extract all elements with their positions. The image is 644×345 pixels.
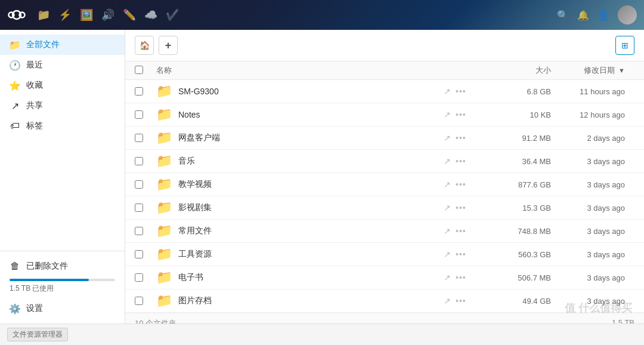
table-row[interactable]: 📁 音乐 ↗ ••• 36.4 MB 3 days ago xyxy=(125,150,644,173)
row-checkbox[interactable] xyxy=(135,87,143,96)
nav-audio-icon[interactable]: 🔊 xyxy=(101,8,114,21)
share-action-icon[interactable]: ↗ xyxy=(444,110,451,119)
table-row[interactable]: 📁 工具资源 ↗ ••• 560.3 GB 3 days ago xyxy=(125,243,644,266)
grid-view-button[interactable]: ⊞ xyxy=(615,36,634,55)
nav-photos-icon[interactable]: 🖼️ xyxy=(80,8,93,21)
sidebar-item-all-files[interactable]: 📁 全部文件 xyxy=(0,35,125,55)
toolbar-right: ⊞ xyxy=(615,36,634,55)
share-action-icon[interactable]: ↗ xyxy=(444,273,451,282)
row-check xyxy=(135,297,156,305)
folder-icon: 📁 xyxy=(156,293,172,309)
row-actions: ↗ ••• xyxy=(444,110,491,119)
row-date: 3 days ago xyxy=(551,297,634,306)
table-row[interactable]: 📁 常用文件 ↗ ••• 748.8 MB 3 days ago xyxy=(125,220,644,243)
all-files-icon: 📁 xyxy=(10,39,20,50)
row-checkbox[interactable] xyxy=(135,297,143,305)
shared-icon: ↗ xyxy=(10,100,20,111)
bottom-tag: 文件资源管理器 xyxy=(7,328,68,341)
avatar[interactable] xyxy=(618,5,637,24)
nav-cloud-icon[interactable]: ☁️ xyxy=(144,8,157,21)
sidebar-item-favorites[interactable]: ⭐ 收藏 xyxy=(0,75,125,96)
row-checkbox[interactable] xyxy=(135,157,143,165)
sidebar-item-recent[interactable]: 🕐 最近 xyxy=(0,55,125,75)
share-action-icon[interactable]: ↗ xyxy=(444,87,451,96)
more-action-icon[interactable]: ••• xyxy=(456,87,466,96)
more-action-icon[interactable]: ••• xyxy=(456,110,466,119)
nav-tasks-icon[interactable]: ✔️ xyxy=(166,8,179,21)
row-actions: ↗ ••• xyxy=(444,156,491,166)
share-action-icon[interactable]: ↗ xyxy=(444,296,451,306)
row-actions: ↗ ••• xyxy=(444,203,491,212)
table-row[interactable]: 📁 网盘客户端 ↗ ••• 91.2 MB 2 days ago xyxy=(125,127,644,150)
table-row[interactable]: 📁 Notes ↗ ••• 10 KB 12 hours ago xyxy=(125,103,644,127)
more-action-icon[interactable]: ••• xyxy=(456,156,466,166)
folder-icon: 📁 xyxy=(156,270,172,285)
select-all-checkbox[interactable] xyxy=(135,66,143,74)
sidebar-item-settings[interactable]: ⚙️ 设置 xyxy=(0,298,125,319)
row-checkbox[interactable] xyxy=(135,204,143,212)
row-date: 3 days ago xyxy=(551,273,634,282)
row-date: 12 hours ago xyxy=(551,110,634,119)
contacts-icon[interactable]: 👤 xyxy=(597,10,609,21)
file-name: 音乐 xyxy=(178,156,195,167)
table-row[interactable]: 📁 教学视频 ↗ ••• 877.6 GB 3 days ago xyxy=(125,173,644,196)
row-name: 📁 影视剧集 xyxy=(156,200,444,215)
app-logo[interactable] xyxy=(7,5,26,24)
row-checkbox[interactable] xyxy=(135,227,143,235)
nav-files-icon[interactable]: 📁 xyxy=(37,8,50,21)
more-action-icon[interactable]: ••• xyxy=(456,203,466,212)
table-row[interactable]: 📁 图片存档 ↗ ••• 49.4 GB 3 days ago xyxy=(125,289,644,313)
more-action-icon[interactable]: ••• xyxy=(456,180,466,189)
table-row[interactable]: 📁 影视剧集 ↗ ••• 15.3 GB 3 days ago xyxy=(125,196,644,220)
add-button[interactable]: + xyxy=(159,36,178,55)
sidebar-item-shared[interactable]: ↗ 共享 xyxy=(0,96,125,116)
row-size: 506.7 MB xyxy=(491,273,551,282)
share-action-icon[interactable]: ↗ xyxy=(444,133,451,143)
file-name: 电子书 xyxy=(178,272,203,283)
more-action-icon[interactable]: ••• xyxy=(456,226,466,236)
more-action-icon[interactable]: ••• xyxy=(456,273,466,282)
share-action-icon[interactable]: ↗ xyxy=(444,226,451,236)
row-checkbox[interactable] xyxy=(135,180,143,189)
file-name: SM-G9300 xyxy=(178,87,219,96)
row-check xyxy=(135,273,156,282)
table-row[interactable]: 📁 电子书 ↗ ••• 506.7 MB 3 days ago xyxy=(125,266,644,289)
share-action-icon[interactable]: ↗ xyxy=(444,156,451,166)
trash-icon: 🗑 xyxy=(10,261,20,272)
share-action-icon[interactable]: ↗ xyxy=(444,203,451,212)
table-row[interactable]: 📁 SM-G9300 ↗ ••• 6.8 GB 11 hours ago xyxy=(125,80,644,103)
row-date: 3 days ago xyxy=(551,204,634,212)
row-check xyxy=(135,87,156,96)
row-size: 15.3 GB xyxy=(491,204,551,212)
content-area: 🏠 + ⊞ 名称 大小 修改日期 ▼ xyxy=(125,30,644,324)
row-name: 📁 工具资源 xyxy=(156,247,444,262)
search-icon[interactable]: 🔍 xyxy=(557,10,569,21)
row-checkbox[interactable] xyxy=(135,134,143,142)
header-date[interactable]: 修改日期 ▼ xyxy=(551,65,634,76)
more-action-icon[interactable]: ••• xyxy=(456,133,466,143)
row-size: 10 KB xyxy=(491,110,551,119)
row-name: 📁 音乐 xyxy=(156,153,444,169)
file-name: 影视剧集 xyxy=(178,202,212,213)
sidebar-item-tags[interactable]: 🏷 标签 xyxy=(0,116,125,136)
file-name: Notes xyxy=(178,110,200,119)
nav-notes-icon[interactable]: ✏️ xyxy=(123,8,136,21)
nav-activity-icon[interactable]: ⚡ xyxy=(58,8,72,21)
folder-icon: 📁 xyxy=(156,247,172,262)
share-action-icon[interactable]: ↗ xyxy=(444,180,451,189)
row-checkbox[interactable] xyxy=(135,250,143,258)
sidebar-bottom: 🗑 已删除文件 1.5 TB 已使用 ⚙️ 设置 xyxy=(0,251,125,324)
more-action-icon[interactable]: ••• xyxy=(456,249,466,259)
sidebar-item-deleted[interactable]: 🗑 已删除文件 xyxy=(0,256,125,276)
notifications-icon[interactable]: 🔔 xyxy=(577,10,589,21)
row-size: 748.8 MB xyxy=(491,227,551,236)
row-size: 49.4 GB xyxy=(491,297,551,306)
row-checkbox[interactable] xyxy=(135,273,143,282)
home-button[interactable]: 🏠 xyxy=(135,36,154,55)
header-size: 大小 xyxy=(491,65,551,76)
share-action-icon[interactable]: ↗ xyxy=(444,249,451,259)
row-checkbox[interactable] xyxy=(135,110,143,119)
more-action-icon[interactable]: ••• xyxy=(456,296,466,306)
bottom-bar: 文件资源管理器 xyxy=(0,324,644,345)
folder-icon: 📁 xyxy=(156,130,172,146)
